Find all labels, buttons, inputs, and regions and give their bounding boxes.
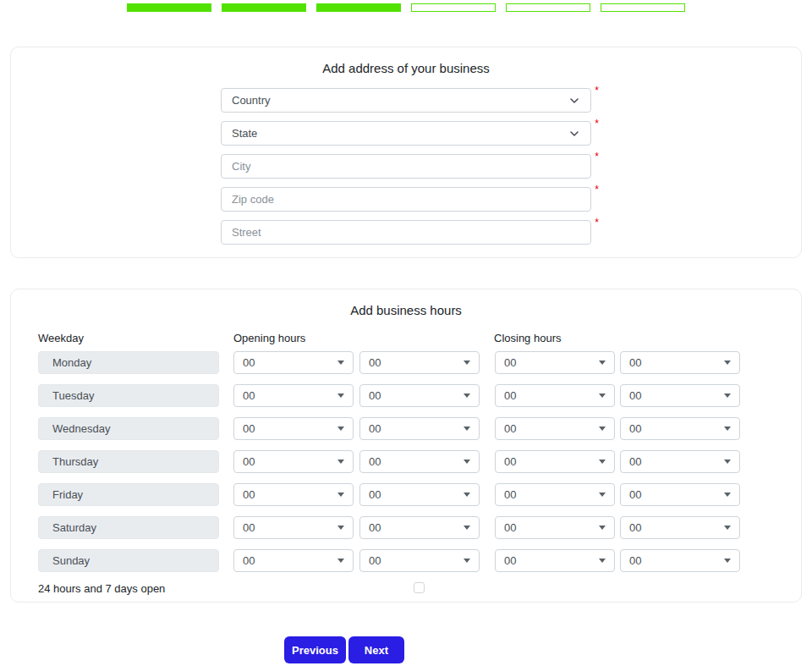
progress-segment-4	[411, 3, 496, 12]
zip-field-wrapper: *	[221, 187, 591, 212]
weekday-field: Friday	[38, 483, 219, 506]
opening-hour-select[interactable]: 00	[233, 516, 354, 539]
opening-hour-select[interactable]: 00	[233, 549, 354, 572]
opening-minute-select[interactable]: 00	[359, 516, 480, 539]
opening-minute-value: 00	[369, 356, 381, 369]
closing-minute-select[interactable]: 00	[620, 516, 740, 539]
caret-down-icon	[337, 427, 344, 431]
closing-hour-value: 00	[504, 521, 516, 534]
opening-hour-value: 00	[243, 356, 255, 369]
closing-hour-value: 00	[504, 488, 516, 501]
all-day-open-label: 24 hours and 7 days open	[38, 582, 165, 595]
all-day-open-checkbox[interactable]	[414, 582, 425, 593]
closing-hour-select[interactable]: 00	[495, 417, 615, 440]
progress-segment-6	[601, 3, 685, 12]
opening-minute-value: 00	[369, 521, 381, 534]
all-day-open-row: 24 hours and 7 days open	[38, 582, 801, 595]
opening-hours-column-header: Opening hours	[233, 332, 494, 344]
opening-hour-value: 00	[243, 455, 255, 468]
progress-segment-1	[127, 3, 211, 12]
closing-minute-value: 00	[629, 488, 641, 501]
country-select-label: Country	[232, 94, 271, 107]
closing-hour-select[interactable]: 00	[495, 516, 615, 539]
opening-hour-select[interactable]: 00	[233, 417, 354, 440]
closing-minute-value: 00	[629, 422, 641, 435]
closing-minute-select[interactable]: 00	[620, 351, 740, 374]
closing-hour-select[interactable]: 00	[495, 483, 615, 506]
hours-row-monday: Monday 00 00 00 00	[38, 351, 801, 374]
required-asterisk: *	[595, 118, 599, 129]
caret-down-icon	[464, 394, 470, 398]
closing-minute-select[interactable]: 00	[620, 384, 740, 407]
opening-minute-select[interactable]: 00	[359, 351, 480, 374]
opening-minute-value: 00	[369, 554, 381, 567]
opening-hour-value: 00	[243, 554, 255, 567]
caret-down-icon	[599, 427, 606, 431]
closing-hour-value: 00	[504, 554, 516, 567]
state-select[interactable]: State	[221, 121, 591, 146]
closing-minute-select[interactable]: 00	[620, 417, 740, 440]
business-hours-card: Add business hours Weekday Opening hours…	[10, 289, 802, 603]
opening-hour-select[interactable]: 00	[233, 351, 354, 374]
required-asterisk: *	[595, 85, 599, 96]
progress-segment-3	[316, 3, 401, 12]
country-select[interactable]: Country	[221, 88, 591, 113]
closing-hour-select[interactable]: 00	[495, 549, 615, 572]
opening-minute-select[interactable]: 00	[359, 450, 480, 473]
caret-down-icon	[599, 394, 606, 398]
opening-minute-value: 00	[369, 422, 381, 435]
hours-row-tuesday: Tuesday 00 00 00 00	[38, 384, 801, 407]
closing-minute-select[interactable]: 00	[620, 483, 740, 506]
hours-row-saturday: Saturday 00 00 00 00	[38, 516, 801, 539]
closing-hour-select[interactable]: 00	[495, 450, 615, 473]
chevron-down-icon	[568, 95, 580, 107]
weekday-field: Tuesday	[38, 384, 219, 407]
weekday-field: Wednesday	[38, 417, 219, 440]
opening-hour-value: 00	[243, 389, 255, 402]
opening-hour-select[interactable]: 00	[233, 450, 354, 473]
address-fields: Country * State * * *	[221, 88, 591, 245]
opening-hour-select[interactable]: 00	[233, 384, 354, 407]
hours-row-friday: Friday 00 00 00 00	[38, 483, 801, 506]
zip-code-input[interactable]	[221, 187, 591, 212]
opening-minute-select[interactable]: 00	[359, 549, 480, 572]
caret-down-icon	[724, 460, 731, 464]
hours-row-wednesday: Wednesday 00 00 00 00	[38, 417, 801, 440]
closing-minute-select[interactable]: 00	[620, 549, 740, 572]
required-asterisk: *	[595, 184, 599, 195]
opening-hour-select[interactable]: 00	[233, 483, 354, 506]
caret-down-icon	[337, 460, 344, 464]
caret-down-icon	[337, 493, 344, 497]
caret-down-icon	[724, 361, 731, 365]
next-button[interactable]: Next	[348, 636, 404, 663]
chevron-down-icon	[568, 128, 580, 140]
caret-down-icon	[464, 361, 470, 365]
street-input[interactable]	[221, 220, 591, 245]
opening-minute-select[interactable]: 00	[359, 384, 480, 407]
progress-segment-5	[506, 3, 590, 12]
caret-down-icon	[599, 559, 606, 563]
opening-hour-value: 00	[243, 488, 255, 501]
closing-hours-column-header: Closing hours	[494, 332, 562, 344]
wizard-nav-buttons: Previous Next	[284, 636, 812, 663]
state-field-wrapper: State *	[221, 121, 591, 146]
opening-minute-select[interactable]: 00	[359, 483, 480, 506]
opening-minute-select[interactable]: 00	[359, 417, 480, 440]
closing-hour-select[interactable]: 00	[495, 351, 615, 374]
country-field-wrapper: Country *	[221, 88, 591, 113]
state-select-label: State	[232, 127, 257, 140]
required-asterisk: *	[595, 217, 599, 228]
weekday-field: Saturday	[38, 516, 219, 539]
weekday-field: Thursday	[38, 450, 219, 473]
closing-hour-value: 00	[504, 356, 516, 369]
caret-down-icon	[599, 460, 606, 464]
closing-hour-select[interactable]: 00	[495, 384, 615, 407]
caret-down-icon	[337, 361, 344, 365]
caret-down-icon	[724, 427, 731, 431]
hours-row-thursday: Thursday 00 00 00 00	[38, 450, 801, 473]
weekday-field: Monday	[38, 351, 219, 374]
city-input[interactable]	[221, 154, 591, 179]
closing-minute-select[interactable]: 00	[620, 450, 740, 473]
previous-button[interactable]: Previous	[284, 636, 346, 663]
caret-down-icon	[724, 394, 731, 398]
